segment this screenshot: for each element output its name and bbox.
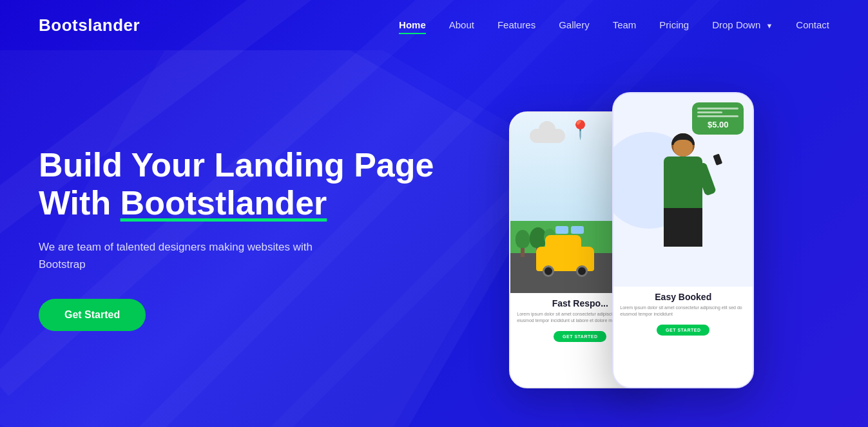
map-pin-icon: 📍 <box>569 119 592 140</box>
hero-section: Build Your Landing Page With Bootstlande… <box>0 50 868 427</box>
front-illustration: $5.00 <box>613 93 753 287</box>
nav-item-home[interactable]: Home <box>399 19 426 31</box>
car-body <box>536 247 594 271</box>
nav-links: Home About Features Gallery Team Pricing… <box>399 19 829 31</box>
receipt-price: $5.00 <box>697 120 738 129</box>
nav-link-features[interactable]: Features <box>497 19 535 30</box>
hero-subtitle: We are team of talented designers making… <box>39 238 348 273</box>
cloud-main <box>530 129 565 143</box>
car-window-1 <box>555 226 568 234</box>
nav-item-features[interactable]: Features <box>497 19 535 31</box>
tree-top <box>516 230 530 248</box>
nav-link-home[interactable]: Home <box>399 19 426 34</box>
receipt-line-2 <box>697 111 722 113</box>
phone-mockups: 📍 <box>509 92 754 427</box>
front-phone-cta[interactable]: GET STARTED <box>657 325 709 336</box>
phone-front: $5.00 <box>612 92 754 388</box>
hero-title: Build Your Landing Page With Bootstlande… <box>39 146 434 223</box>
nav-item-contact[interactable]: Contact <box>796 19 829 31</box>
front-phone-description: Lorem ipsum dolor sit amet consectetur a… <box>620 305 746 318</box>
nav-item-pricing[interactable]: Pricing <box>659 19 689 31</box>
nav-item-about[interactable]: About <box>449 19 474 31</box>
cloud <box>530 129 565 143</box>
chevron-down-icon: ▼ <box>766 22 773 30</box>
receipt-line-1 <box>697 108 738 109</box>
tree-1 <box>516 230 530 257</box>
car-roof <box>545 235 581 249</box>
brand-logo[interactable]: Bootslander <box>39 15 140 35</box>
navbar: Bootslander Home About Features Gallery … <box>0 0 868 50</box>
front-phone-title: Easy Booked <box>620 292 746 302</box>
hero-content: Build Your Landing Page With Bootstlande… <box>39 146 434 332</box>
nav-item-team[interactable]: Team <box>613 19 637 31</box>
nav-item-gallery[interactable]: Gallery <box>559 19 590 31</box>
back-phone-cta[interactable]: GET STARTED <box>554 331 606 342</box>
receipt-lines <box>697 108 738 117</box>
hero-illustration: 📍 <box>434 50 830 427</box>
nav-link-gallery[interactable]: Gallery <box>559 19 590 30</box>
person-legs <box>664 208 702 247</box>
taxi-car <box>536 247 594 271</box>
front-phone-label-area: Easy Booked Lorem ipsum dolor sit amet c… <box>613 287 753 338</box>
nav-link-about[interactable]: About <box>449 19 474 30</box>
person-head <box>671 133 695 157</box>
nav-link-contact[interactable]: Contact <box>796 19 829 30</box>
nav-item-dropdown[interactable]: Drop Down ▼ <box>712 19 773 31</box>
get-started-button[interactable]: Get Started <box>39 299 146 331</box>
person-phone-prop <box>713 154 723 166</box>
receipt-line-3 <box>697 115 738 117</box>
nav-link-team[interactable]: Team <box>613 19 637 30</box>
person-arm <box>695 162 717 196</box>
person-figure <box>664 133 702 247</box>
person-body <box>664 157 702 208</box>
car-window-2 <box>571 226 584 234</box>
receipt-card: $5.00 <box>692 102 744 135</box>
nav-link-pricing[interactable]: Pricing <box>659 19 689 30</box>
nav-link-dropdown[interactable]: Drop Down ▼ <box>712 19 773 30</box>
tree-trunk <box>521 248 525 257</box>
person-face <box>673 140 693 157</box>
